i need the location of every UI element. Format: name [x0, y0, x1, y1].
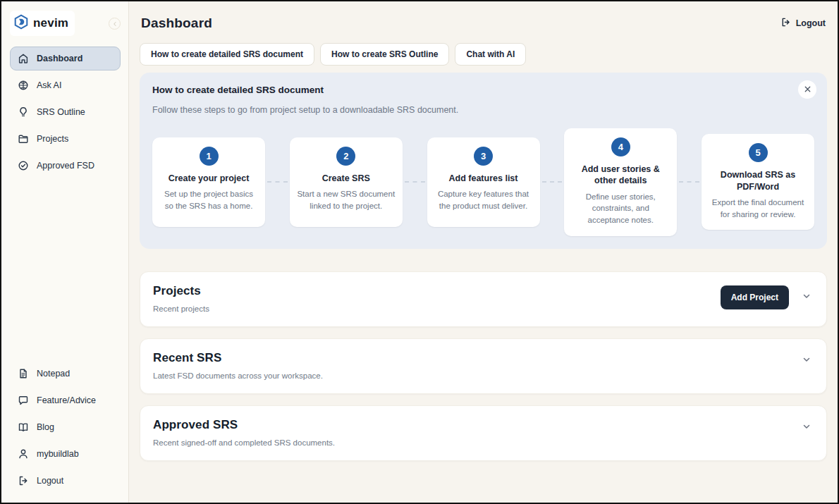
step-number-badge: 4 — [611, 137, 630, 156]
projects-subtitle: Recent projects — [153, 305, 209, 313]
approved-srs-subtitle: Recent signed-off and completed SRS docu… — [153, 438, 335, 447]
step-title: Add user stories & other details — [571, 164, 670, 187]
sidebar-item-blog[interactable]: Blog — [10, 415, 121, 439]
step-description: Set up the project basics so the SRS has… — [159, 188, 258, 211]
step-description: Start a new SRS document linked to the p… — [297, 188, 396, 211]
sidebar: nevim Dashboard Ask AI SRS Outline — [1, 1, 129, 503]
sidebar-spacer — [10, 178, 121, 362]
recent-srs-section-text: Recent SRS Latest FSD documents across y… — [153, 351, 323, 380]
recent-srs-actions — [800, 352, 814, 369]
chevron-left-icon — [112, 18, 118, 29]
projects-actions: Add Project — [721, 285, 814, 309]
step-number-badge: 1 — [200, 147, 219, 166]
projects-section-text: Projects Recent projects — [153, 284, 209, 313]
sidebar-item-label: Feature/Advice — [37, 395, 96, 405]
approved-srs-section: Approved SRS Recent signed-off and compl… — [140, 405, 827, 461]
user-icon — [18, 448, 29, 460]
guide-panel: How to create detailed SRS document Foll… — [140, 73, 827, 249]
guide-tabs: How to create detailed SRS document How … — [140, 43, 827, 66]
tab-detailed-srs-document[interactable]: How to create detailed SRS document — [140, 43, 314, 66]
sidebar-item-projects[interactable]: Projects — [10, 127, 121, 151]
logout-button[interactable]: Logout — [780, 17, 826, 30]
home-icon — [18, 53, 29, 64]
step-connector — [679, 181, 699, 183]
tab-srs-outline[interactable]: How to create SRS Outline — [320, 43, 449, 66]
projects-section: Projects Recent projects Add Project — [140, 271, 827, 327]
recent-srs-collapse-button[interactable] — [800, 352, 814, 369]
guide-steps: 1 Create your project Set up the project… — [152, 128, 814, 236]
guide-close-button[interactable] — [798, 80, 816, 99]
sidebar-item-label: Projects — [37, 134, 68, 144]
step-title: Create your project — [159, 173, 258, 184]
sidebar-item-notepad[interactable]: Notepad — [10, 362, 121, 386]
step-title: Download SRS as PDF/Word — [709, 169, 807, 192]
sidebar-item-ask-ai[interactable]: Ask AI — [10, 73, 121, 97]
page-title: Dashboard — [141, 16, 212, 31]
sidebar-header: nevim — [10, 11, 121, 36]
brand-name: nevim — [33, 16, 68, 30]
sidebar-item-label: Notepad — [37, 369, 70, 379]
guide-subtitle: Follow these steps to go from project se… — [152, 105, 814, 115]
book-open-icon — [18, 422, 29, 433]
sidebar-nav-top: Dashboard Ask AI SRS Outline Projects Ap… — [10, 47, 121, 178]
chat-icon — [18, 395, 29, 406]
sidebar-item-label: Blog — [37, 422, 54, 432]
projects-title: Projects — [153, 284, 209, 298]
step-description: Export the final document for sharing or… — [709, 197, 807, 220]
sidebar-item-logout[interactable]: Logout — [10, 469, 121, 493]
sidebar-collapse-button[interactable] — [109, 18, 121, 30]
projects-collapse-button[interactable] — [800, 289, 814, 305]
note-icon — [18, 368, 29, 379]
step-card-4: 4 Add user stories & other details Defin… — [564, 128, 677, 236]
sidebar-item-label: Ask AI — [37, 80, 61, 90]
step-description: Capture key features that the product mu… — [434, 188, 533, 211]
step-number-badge: 5 — [749, 143, 768, 162]
chevron-down-icon — [801, 421, 812, 434]
brand-logo[interactable]: nevim — [10, 11, 75, 36]
step-card-5: 5 Download SRS as PDF/Word Export the fi… — [702, 134, 814, 230]
sidebar-item-label: Dashboard — [37, 54, 82, 63]
nevim-logo-icon — [13, 13, 30, 33]
sidebar-item-dashboard[interactable]: Dashboard — [10, 47, 121, 70]
sidebar-nav-bottom: Notepad Feature/Advice Blog mybuildlab L… — [10, 362, 121, 493]
logout-label: Logout — [796, 18, 826, 28]
step-connector — [405, 181, 425, 183]
sidebar-item-label: mybuildlab — [37, 449, 79, 459]
logout-icon — [18, 475, 29, 486]
step-number-badge: 3 — [474, 147, 493, 166]
sidebar-item-label: Approved FSD — [37, 161, 94, 171]
sidebar-item-approved-fsd[interactable]: Approved FSD — [10, 154, 121, 178]
add-project-button[interactable]: Add Project — [721, 285, 789, 309]
step-card-2: 2 Create SRS Start a new SRS document li… — [290, 137, 403, 227]
chevron-down-icon — [801, 354, 812, 367]
guide-title: How to create detailed SRS document — [152, 85, 814, 95]
step-description: Define user stories, constraints, and ac… — [571, 191, 670, 226]
recent-srs-section: Recent SRS Latest FSD documents across y… — [140, 338, 827, 394]
sidebar-item-srs-outline[interactable]: SRS Outline — [10, 100, 121, 124]
approved-srs-title: Approved SRS — [153, 418, 335, 432]
approved-srs-actions — [800, 419, 814, 436]
approved-srs-collapse-button[interactable] — [800, 419, 814, 436]
lightbulb-icon — [18, 106, 29, 118]
sidebar-item-feature-advice[interactable]: Feature/Advice — [10, 388, 121, 412]
folder-icon — [18, 133, 29, 145]
recent-srs-subtitle: Latest FSD documents across your workspa… — [153, 371, 323, 380]
check-circle-icon — [18, 160, 29, 171]
recent-srs-title: Recent SRS — [153, 351, 323, 365]
tab-chat-with-ai[interactable]: Chat with AI — [455, 43, 526, 66]
chevron-down-icon — [801, 290, 812, 304]
approved-srs-section-text: Approved SRS Recent signed-off and compl… — [153, 418, 335, 447]
main-content: Dashboard Logout How to create detailed … — [129, 1, 838, 503]
step-connector — [267, 181, 288, 183]
step-card-3: 3 Add features list Capture key features… — [427, 137, 540, 227]
logout-icon — [780, 17, 791, 30]
sidebar-item-mybuildlab[interactable]: mybuildlab — [10, 442, 121, 466]
sidebar-item-label: SRS Outline — [37, 107, 85, 117]
step-card-1: 1 Create your project Set up the project… — [152, 137, 265, 227]
sidebar-item-label: Logout — [37, 476, 63, 486]
step-connector — [542, 181, 563, 183]
topbar: Dashboard Logout — [140, 16, 827, 31]
step-title: Add features list — [434, 173, 533, 184]
step-title: Create SRS — [297, 173, 396, 184]
step-number-badge: 2 — [336, 147, 355, 166]
